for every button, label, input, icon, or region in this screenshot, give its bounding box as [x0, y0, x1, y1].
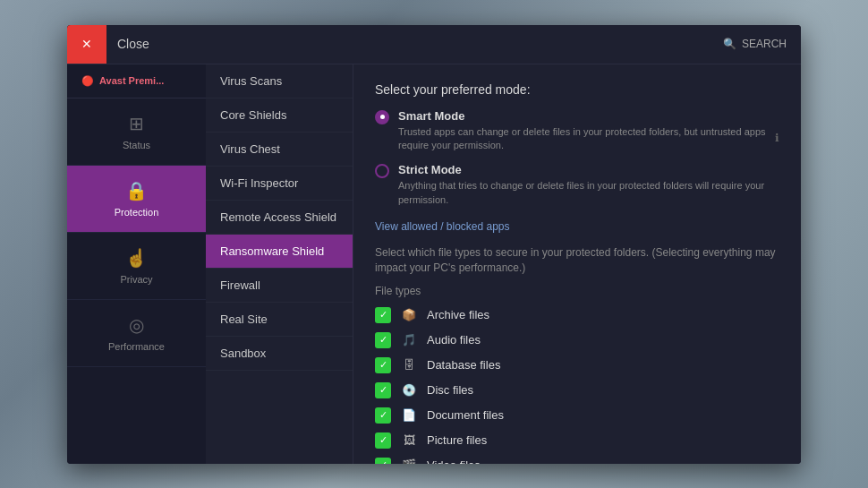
titlebar: ✕ Close 🔍 SEARCH: [67, 25, 801, 64]
file-type-checkbox[interactable]: ✓: [375, 357, 391, 373]
sidebar-item-performance[interactable]: ◎ Performance: [67, 300, 206, 367]
file-type-checkbox[interactable]: ✓: [375, 432, 391, 449]
smart-mode-content: Smart Mode Trusted apps can change or de…: [398, 109, 779, 153]
file-type-item[interactable]: ✓ 📦 Archive files: [375, 306, 779, 324]
file-type-name: Picture files: [427, 433, 487, 447]
sidebar: 🔴 Avast Premi... ⊞ Status 🔒 Protection ☝…: [67, 64, 206, 464]
nav-item-remote-access-shield[interactable]: Remote Access Shield: [206, 201, 353, 235]
nav-item-virus-chest[interactable]: Virus Chest: [206, 133, 353, 167]
main-content: Select your preferred mode: Smart Mode T…: [353, 64, 801, 464]
file-type-name: Video files: [427, 458, 481, 463]
file-type-checkbox[interactable]: ✓: [375, 307, 391, 323]
file-type-icon: 📦: [400, 306, 418, 324]
sidebar-item-protection[interactable]: 🔒 Protection: [67, 166, 206, 233]
file-types-list: ✓ 📦 Archive files ✓ 🎵 Audio files ✓ 🗄 Da…: [375, 306, 779, 464]
search-area[interactable]: 🔍 SEARCH: [723, 38, 787, 50]
nav-item-sandbox[interactable]: Sandbox: [206, 337, 353, 371]
nav-item-ransomware-shield[interactable]: Ransomware Shield: [206, 235, 353, 269]
file-type-item[interactable]: ✓ 🗄 Database files: [375, 356, 779, 374]
file-type-item[interactable]: ✓ 🎵 Audio files: [375, 331, 779, 349]
file-type-item[interactable]: ✓ 🖼 Picture files: [375, 432, 779, 449]
sidebar-item-label: Performance: [108, 341, 165, 352]
logo-text: Avast Premi...: [99, 75, 164, 86]
sidebar-item-label: Privacy: [120, 274, 152, 285]
status-icon: ⊞: [129, 113, 144, 134]
file-type-name: Disc files: [427, 383, 473, 397]
window-title: Close: [117, 37, 723, 51]
nav-panel: Virus Scans Core Shields Virus Chest Wi-…: [206, 64, 353, 464]
nav-item-virus-scans[interactable]: Virus Scans: [206, 64, 353, 98]
smart-mode-label: Smart Mode: [398, 109, 779, 123]
strict-mode-content: Strict Mode Anything that tries to chang…: [398, 163, 779, 207]
smart-mode-option[interactable]: Smart Mode Trusted apps can change or de…: [375, 109, 779, 153]
nav-item-core-shields[interactable]: Core Shields: [206, 98, 353, 133]
sidebar-item-privacy[interactable]: ☝ Privacy: [67, 233, 206, 300]
file-type-icon: 💿: [400, 381, 418, 399]
sidebar-item-label: Status: [123, 140, 150, 150]
file-type-name: Audio files: [427, 333, 481, 347]
smart-mode-radio[interactable]: [375, 110, 389, 124]
avast-logo: 🔴 Avast Premi...: [67, 64, 206, 98]
strict-mode-radio[interactable]: [375, 164, 389, 178]
privacy-icon: ☝: [125, 247, 148, 269]
file-type-item[interactable]: ✓ 📄 Document files: [375, 407, 779, 424]
file-type-icon: 🖼: [400, 432, 418, 449]
smart-mode-desc: Trusted apps can change or delete files …: [398, 125, 779, 153]
file-type-icon: 📄: [400, 407, 418, 424]
search-icon: 🔍: [723, 38, 736, 50]
app-window: ✕ Close 🔍 SEARCH 🔴 Avast Premi... ⊞ Stat…: [67, 25, 801, 464]
logo-icon: 🔴: [81, 75, 94, 87]
protection-icon: 🔒: [125, 180, 148, 201]
file-type-name: Document files: [427, 408, 504, 422]
file-type-item[interactable]: ✓ 💿 Disc files: [375, 381, 779, 399]
strict-mode-label: Strict Mode: [398, 163, 779, 176]
file-type-checkbox[interactable]: ✓: [375, 458, 391, 464]
search-label: SEARCH: [742, 38, 787, 50]
nav-item-firewall[interactable]: Firewall: [206, 269, 353, 303]
sidebar-item-label: Protection: [115, 207, 159, 218]
mode-section-title: Select your preferred mode:: [375, 82, 779, 97]
info-icon[interactable]: ℹ: [775, 131, 779, 146]
file-type-name: Archive files: [427, 308, 489, 321]
sidebar-item-status[interactable]: ⊞ Status: [67, 98, 206, 166]
file-type-checkbox[interactable]: ✓: [375, 407, 391, 424]
strict-mode-option[interactable]: Strict Mode Anything that tries to chang…: [375, 163, 779, 207]
nav-item-real-site[interactable]: Real Site: [206, 303, 353, 337]
performance-icon: ◎: [129, 314, 144, 336]
file-type-icon: 🎬: [400, 457, 418, 464]
file-types-label: File types: [375, 285, 779, 297]
file-type-checkbox[interactable]: ✓: [375, 332, 391, 348]
file-type-name: Database files: [427, 358, 500, 372]
nav-item-wifi-inspector[interactable]: Wi-Fi Inspector: [206, 167, 353, 201]
file-type-icon: 🎵: [400, 331, 418, 349]
background: ✕ Close 🔍 SEARCH 🔴 Avast Premi... ⊞ Stat…: [0, 0, 868, 488]
content-area: 🔴 Avast Premi... ⊞ Status 🔒 Protection ☝…: [67, 64, 801, 464]
view-apps-link[interactable]: View allowed / blocked apps: [375, 220, 510, 233]
strict-mode-desc: Anything that tries to change or delete …: [398, 179, 779, 207]
file-type-icon: 🗄: [400, 356, 418, 374]
file-type-item[interactable]: ✓ 🎬 Video files: [375, 457, 779, 464]
file-type-checkbox[interactable]: ✓: [375, 382, 391, 398]
select-file-types-text: Select which file types to secure in you…: [375, 245, 779, 276]
close-button[interactable]: ✕: [67, 25, 106, 64]
